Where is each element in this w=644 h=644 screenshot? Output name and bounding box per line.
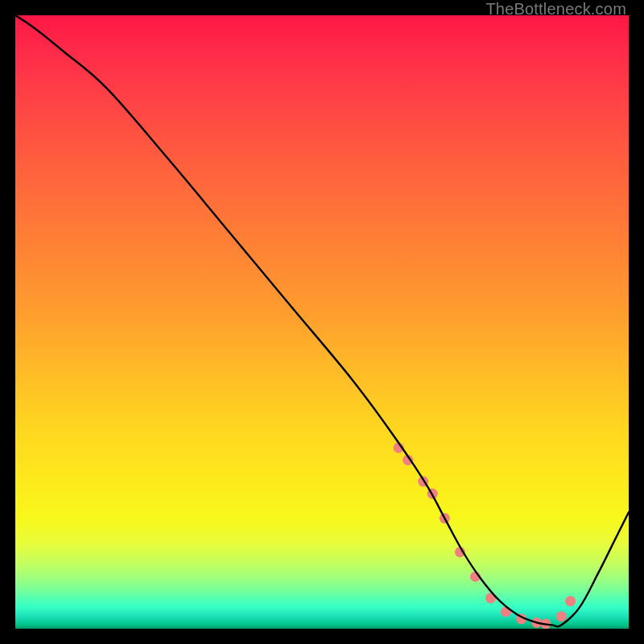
curve-marker <box>556 611 567 621</box>
curve-svg <box>15 15 629 629</box>
curve-line <box>15 15 629 626</box>
chart-frame: TheBottleneck.com <box>0 0 644 644</box>
curve-marker <box>501 606 511 617</box>
curve-markers <box>394 443 576 629</box>
plot-area <box>15 15 629 629</box>
curve-marker <box>565 596 576 606</box>
